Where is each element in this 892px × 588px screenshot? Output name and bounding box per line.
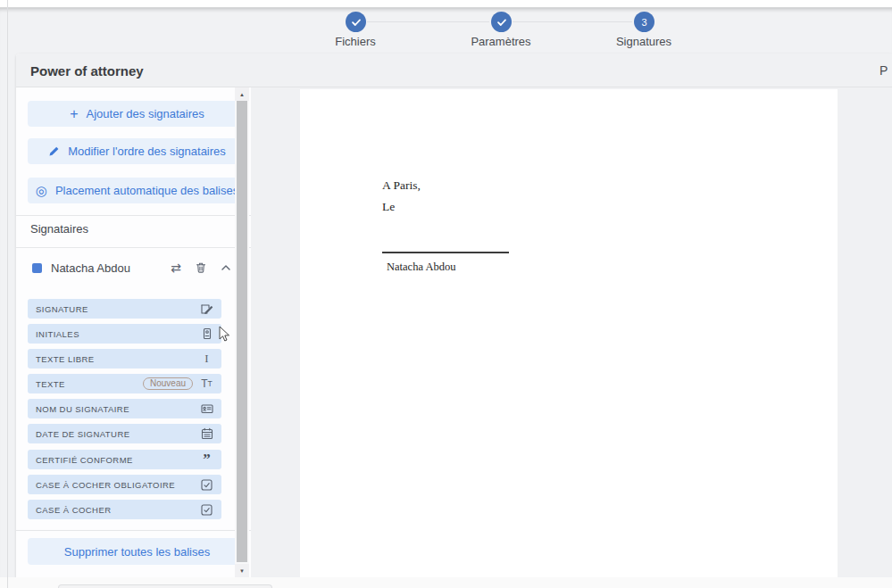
field-label: NOM DU SIGNATAIRE xyxy=(36,404,200,414)
field-row-nom-du-signataire[interactable]: NOM DU SIGNATAIRE xyxy=(28,399,221,418)
new-badge: Nouveau xyxy=(143,377,193,390)
window-left-border xyxy=(7,0,8,588)
field-label: TEXTE LIBRE xyxy=(36,354,200,364)
field-row-case-a-cocher[interactable]: CASE À COCHER xyxy=(28,500,221,519)
step-connector xyxy=(513,21,632,22)
step-parametres-icon[interactable] xyxy=(491,12,512,32)
scroll-down-button[interactable]: ▼ xyxy=(235,564,249,577)
field-row-date-de-signature[interactable]: DATE DE SIGNATURE xyxy=(28,424,221,443)
field-row-certifie-conforme[interactable]: CERTIFIÉ CONFORME ” xyxy=(28,450,221,469)
checkbox-icon xyxy=(200,478,213,492)
delete-all-tags-label: Supprimer toutes les balises xyxy=(64,545,210,559)
delete-all-tags-button[interactable]: Supprimer toutes les balises xyxy=(28,538,246,565)
step-number: 3 xyxy=(641,17,646,28)
step-fichiers-icon[interactable] xyxy=(346,12,366,32)
step-label-fichiers[interactable]: Fichiers xyxy=(302,35,409,48)
check-icon xyxy=(496,17,507,28)
field-row-case-a-cocher-obligatoire[interactable]: CASE À COCHER OBLIGATOIRE xyxy=(28,475,221,494)
field-label: DATE DE SIGNATURE xyxy=(36,429,200,439)
document-signer-name: Natacha Abdou xyxy=(387,261,455,274)
document-text-line: A Paris, xyxy=(382,178,421,193)
signer-row: Natacha Abdou ⇄ xyxy=(16,250,251,286)
signature-line xyxy=(382,252,509,253)
bottom-strip xyxy=(0,577,892,588)
add-signers-label: Ajouter des signataires xyxy=(87,107,204,120)
signer-color-swatch xyxy=(32,263,42,273)
document-page[interactable]: A Paris, Le Natacha Abdou xyxy=(300,89,838,577)
signer-name: Natacha Abdou xyxy=(51,261,130,275)
field-label: CERTIFIÉ CONFORME xyxy=(36,455,200,465)
step-label-signatures[interactable]: Signatures xyxy=(590,35,697,48)
swap-order-icon[interactable]: ⇄ xyxy=(168,260,184,276)
field-label: CASE À COCHER xyxy=(36,505,200,515)
signers-panel: + Ajouter des signataires Modifier l'ord… xyxy=(16,87,251,577)
field-label: INITIALES xyxy=(36,329,200,339)
edit-signer-order-label: Modifier l'ordre des signataires xyxy=(68,145,226,158)
add-signers-button[interactable]: + Ajouter des signataires xyxy=(28,101,246,127)
trash-icon[interactable] xyxy=(193,260,209,276)
plus-icon: + xyxy=(70,107,78,121)
text-icon: TT xyxy=(200,377,213,391)
field-label: TEXTE xyxy=(36,379,143,389)
step-connector xyxy=(367,21,489,22)
field-row-signature[interactable]: SIGNATURE xyxy=(28,299,221,319)
field-label: SIGNATURE xyxy=(36,304,200,314)
card-header: Power of attorney P xyxy=(16,54,892,87)
free-text-icon: I xyxy=(200,352,213,366)
scroll-up-button[interactable]: ▲ xyxy=(235,87,249,101)
window-top-strip xyxy=(0,0,892,7)
panel-scrollbar[interactable]: ▲ ▼ xyxy=(235,87,249,577)
edit-signer-order-button[interactable]: Modifier l'ordre des signataires xyxy=(28,138,246,164)
signers-heading: Signataires xyxy=(30,222,88,236)
field-row-texte[interactable]: TEXTE Nouveau TT xyxy=(28,374,221,393)
divider xyxy=(16,530,251,531)
pencil-icon xyxy=(48,145,60,157)
step-signatures-icon[interactable]: 3 xyxy=(634,12,654,32)
field-row-initiales[interactable]: INITIALES xyxy=(28,324,221,344)
auto-placement-label: Placement automatique des balises xyxy=(55,184,238,197)
hidden-card-hint xyxy=(58,584,272,588)
header-right-truncated-text: P xyxy=(879,63,888,78)
signer-name-icon xyxy=(200,402,213,416)
wizard-stepper: Fichiers Paramètres 3 Signatures xyxy=(0,7,892,51)
initials-icon xyxy=(200,327,213,341)
document-text-line: Le xyxy=(382,200,395,214)
scrollbar-thumb[interactable] xyxy=(237,101,247,562)
field-label: CASE À COCHER OBLIGATOIRE xyxy=(36,480,200,490)
signature-editor-card: Power of attorney P + Ajouter des signat… xyxy=(16,54,892,577)
document-title: Power of attorney xyxy=(30,63,144,79)
field-row-texte-libre[interactable]: TEXTE LIBRE I xyxy=(28,349,221,369)
step-label-parametres[interactable]: Paramètres xyxy=(447,35,554,48)
divider xyxy=(16,247,251,248)
mouse-cursor xyxy=(219,326,231,347)
divider xyxy=(16,215,251,216)
signature-icon xyxy=(200,302,213,316)
document-viewport[interactable]: A Paris, Le Natacha Abdou xyxy=(251,87,892,577)
certified-icon: ” xyxy=(200,453,213,467)
collapse-icon[interactable] xyxy=(218,260,234,276)
auto-placement-icon: ◎ xyxy=(36,184,47,197)
date-icon xyxy=(200,427,213,441)
auto-placement-button[interactable]: ◎ Placement automatique des balises xyxy=(28,178,246,203)
check-icon xyxy=(351,17,362,28)
checkbox-icon xyxy=(200,503,213,517)
